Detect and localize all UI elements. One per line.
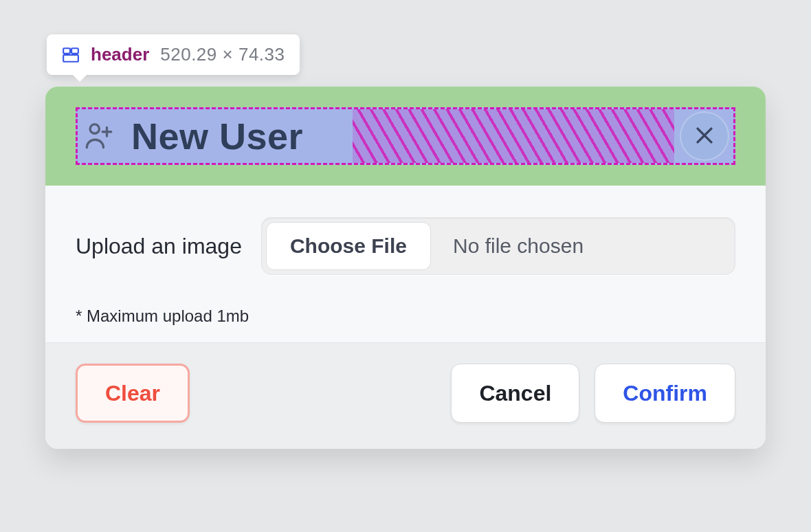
inspect-tag-name: header	[91, 44, 149, 65]
cancel-button[interactable]: Cancel	[451, 364, 579, 423]
file-input[interactable]: Choose File No file chosen	[261, 217, 735, 275]
confirm-button[interactable]: Confirm	[595, 364, 735, 423]
upload-row: Upload an image Choose File No file chos…	[76, 217, 735, 275]
svg-rect-0	[63, 48, 70, 54]
upload-helper-text: * Maximum upload 1mb	[76, 307, 735, 326]
dialog-header: New User	[76, 107, 735, 165]
clear-button[interactable]: Clear	[76, 364, 190, 423]
user-plus-icon	[82, 119, 116, 153]
dialog-title-group: New User	[78, 109, 314, 163]
svg-rect-1	[71, 48, 78, 54]
choose-file-button[interactable]: Choose File	[266, 222, 431, 270]
dialog-title: New User	[131, 115, 303, 157]
svg-rect-2	[63, 55, 78, 62]
dialog-header-padding: New User	[45, 87, 766, 186]
dialog-body: Upload an image Choose File No file chos…	[45, 186, 766, 342]
layout-icon	[62, 46, 80, 64]
file-status-text: No file chosen	[435, 218, 735, 274]
new-user-dialog: New User Upload an image Choose File No …	[45, 87, 766, 449]
devtools-inspect-tooltip: header 520.29 × 74.33	[47, 34, 300, 75]
dialog-footer: Clear Cancel Confirm	[45, 342, 766, 449]
devtools-flex-gap-highlight	[353, 109, 674, 163]
upload-label: Upload an image	[76, 234, 242, 259]
inspect-dimensions: 520.29 × 74.33	[160, 44, 285, 65]
close-icon	[693, 124, 716, 149]
svg-point-3	[90, 124, 99, 133]
close-button[interactable]	[680, 111, 729, 161]
